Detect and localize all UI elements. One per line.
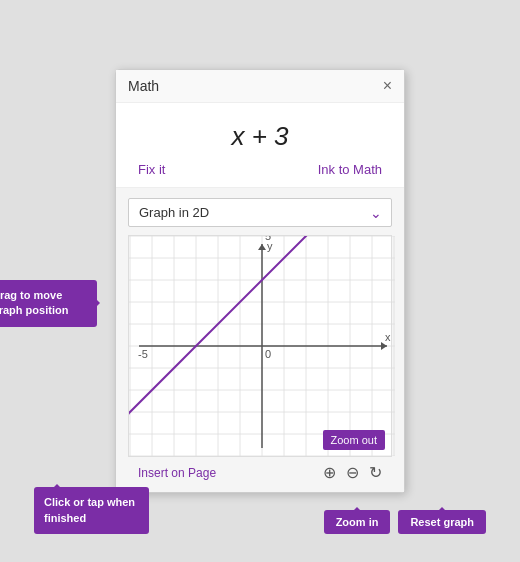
equation-area: x + 3 Fix it Ink to Math xyxy=(116,103,404,188)
insert-on-page-link[interactable]: Insert on Page xyxy=(138,466,216,480)
graph-bottom-bar: Insert on Page ⊕ ⊖ ↻ xyxy=(128,457,392,486)
reset-graph-icon[interactable]: ↻ xyxy=(369,463,382,482)
graph-section: Graph in 2D Graph in 3D ⌄ Zoom out Inser… xyxy=(116,188,404,492)
graph-canvas xyxy=(129,236,395,456)
reset-graph-tooltip: Reset graph xyxy=(398,510,486,534)
zoom-in-icon[interactable]: ⊕ xyxy=(323,463,336,482)
drag-tooltip: Drag to move graph position xyxy=(0,280,97,327)
fix-it-link[interactable]: Fix it xyxy=(138,162,165,177)
equation-actions: Fix it Ink to Math xyxy=(128,162,392,177)
ink-to-math-link[interactable]: Ink to Math xyxy=(318,162,382,177)
zoom-out-icon[interactable]: ⊖ xyxy=(346,463,359,482)
equation-display: x + 3 xyxy=(128,121,392,152)
panel-title: Math xyxy=(128,78,159,94)
panel-header: Math × xyxy=(116,70,404,103)
graph-container[interactable]: Zoom out xyxy=(128,235,392,457)
close-button[interactable]: × xyxy=(383,78,392,94)
graph-controls: ⊕ ⊖ ↻ xyxy=(323,463,382,482)
graph-type-dropdown[interactable]: Graph in 2D Graph in 3D xyxy=(128,198,392,227)
click-tooltip: Click or tap when finished xyxy=(34,487,149,534)
zoom-in-tooltip: Zoom in xyxy=(324,510,391,534)
graph-type-dropdown-container: Graph in 2D Graph in 3D ⌄ xyxy=(128,198,392,227)
bottom-tooltips-row: Click or tap when finished Zoom in Reset… xyxy=(0,487,520,534)
math-panel: Math × x + 3 Fix it Ink to Math Graph in… xyxy=(115,69,405,493)
